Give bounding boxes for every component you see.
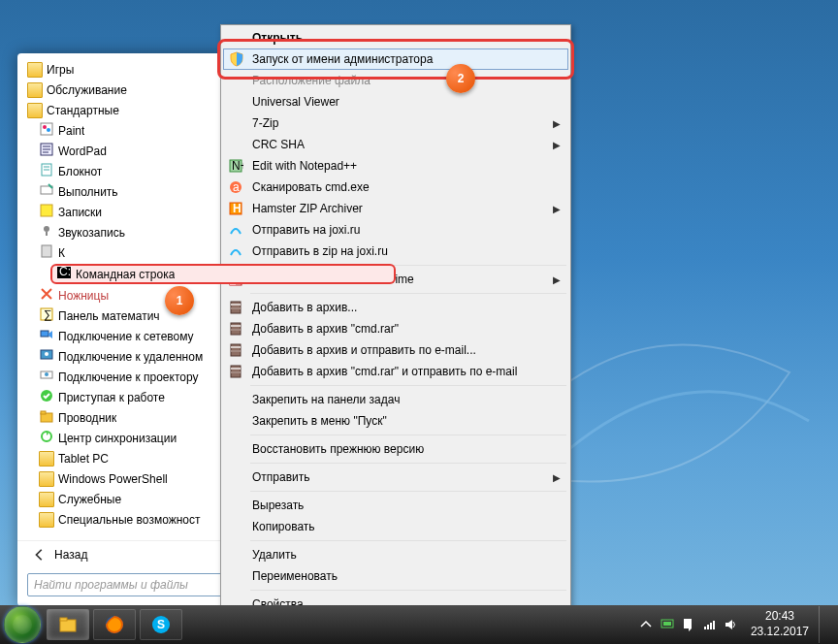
taskbar-button-skype[interactable]: S — [140, 609, 182, 640]
context-item-5[interactable]: CRC SHA▶ — [223, 134, 568, 155]
program-item-10[interactable]: C:\Командная строка — [50, 264, 396, 284]
context-item-label: Восстановить прежнюю версию — [252, 442, 424, 456]
program-label: Записки — [58, 206, 102, 219]
svg-rect-14 — [42, 245, 51, 257]
context-item-16[interactable]: Добавить в архив и отправить по e-mail..… — [223, 339, 568, 361]
notepad-icon — [39, 162, 58, 180]
svg-point-21 — [45, 352, 48, 356]
soundrec-icon — [39, 223, 58, 242]
tray-up-icon[interactable] — [638, 617, 654, 632]
taskbar-clock[interactable]: 20:43 23.12.2017 — [751, 609, 809, 639]
svg-rect-50 — [60, 620, 76, 631]
taskbar: S 20:43 23.12.2017 — [0, 605, 838, 644]
run-icon — [39, 182, 58, 201]
rar-icon — [228, 364, 243, 379]
program-label: Ножницы — [58, 289, 109, 303]
context-item-4[interactable]: 7-Zip▶ — [223, 113, 568, 134]
context-item-label: Hamster ZIP Archiver — [252, 202, 363, 215]
context-item-label: Edit with Notepad++ — [252, 159, 357, 173]
taskbar-button-firefox[interactable] — [93, 609, 136, 640]
context-item-24[interactable]: Отправить▶ — [223, 467, 568, 488]
context-item-label: Расположение файла — [252, 74, 371, 87]
program-label: К — [58, 246, 65, 260]
svg-rect-19 — [41, 331, 48, 337]
svg-point-2 — [47, 128, 50, 132]
svg-point-12 — [44, 226, 49, 232]
rar-icon — [228, 342, 243, 358]
context-item-27[interactable]: Копировать — [223, 516, 568, 537]
program-label: Windows PowerShell — [58, 472, 168, 486]
tray-network-icon[interactable] — [702, 617, 718, 632]
context-item-label: Копировать — [252, 520, 315, 533]
program-label: Обслуживание — [47, 83, 127, 97]
context-item-20[interactable]: Закрепить в меню "Пуск" — [223, 410, 568, 432]
svg-rect-46 — [231, 350, 241, 352]
program-label: Подключение к проектору — [58, 370, 199, 384]
context-item-1[interactable]: Запуск от имени администратора — [223, 48, 568, 70]
context-item-9[interactable]: Отправить на joxi.ru — [223, 219, 568, 241]
svg-rect-43 — [231, 329, 241, 331]
context-item-0[interactable]: Открыть — [223, 27, 568, 48]
context-separator — [250, 385, 566, 386]
proj-icon — [39, 327, 58, 345]
program-label: Подключение к сетевому — [58, 330, 194, 343]
svg-rect-49 — [231, 371, 241, 373]
libraries-icon — [57, 614, 79, 635]
svg-rect-60 — [713, 621, 715, 629]
context-separator — [250, 590, 566, 591]
svg-rect-26 — [41, 411, 46, 414]
context-item-19[interactable]: Закрепить на панели задач — [223, 389, 568, 410]
svg-rect-45 — [231, 346, 241, 348]
context-item-label: Открыть — [252, 31, 303, 45]
context-item-8[interactable]: HHamster ZIP Archiver▶ — [223, 198, 568, 219]
calc-icon — [39, 243, 58, 262]
npp-icon: N+ — [228, 158, 243, 174]
context-item-label: Сканировать cmd.exe — [252, 180, 370, 194]
context-item-label: Вырезать — [252, 499, 304, 512]
context-item-15[interactable]: Добавить в архив "cmd.rar" — [223, 318, 568, 339]
svg-rect-0 — [41, 123, 52, 135]
context-item-14[interactable]: Добавить в архив... — [223, 297, 568, 318]
tray-action-center-icon[interactable] — [681, 617, 696, 632]
svg-rect-40 — [231, 307, 241, 309]
firefox-icon — [104, 614, 125, 635]
notes-icon — [39, 203, 58, 221]
rdp-icon — [39, 347, 58, 366]
program-label: Игры — [47, 63, 74, 77]
context-item-26[interactable]: Вырезать — [223, 495, 568, 516]
tray-monitor-icon[interactable] — [660, 617, 675, 632]
context-separator — [250, 540, 566, 541]
program-label: Специальные возможност — [58, 513, 201, 527]
tray-volume-icon[interactable] — [724, 617, 739, 632]
context-item-7[interactable]: aСканировать cmd.exe — [223, 177, 568, 198]
context-separator — [250, 293, 566, 294]
start-button[interactable] — [4, 606, 41, 643]
context-item-6[interactable]: N+Edit with Notepad++ — [223, 155, 568, 177]
program-label: Звукозапись — [58, 226, 125, 240]
proj2-icon — [39, 368, 58, 386]
rar-icon — [228, 300, 243, 315]
context-item-17[interactable]: Добавить в архив "cmd.rar" и отправить п… — [223, 361, 568, 382]
back-label: Назад — [54, 548, 87, 562]
context-item-label: Удалить — [252, 548, 297, 562]
taskbar-button-libraries[interactable] — [47, 609, 89, 640]
joxi-icon — [228, 243, 243, 259]
svg-rect-13 — [46, 232, 48, 236]
svg-rect-59 — [710, 623, 712, 629]
context-item-label: Отправить — [252, 470, 310, 484]
context-item-2[interactable]: Расположение файла — [223, 70, 568, 91]
context-item-22[interactable]: Восстановить прежнюю версию — [223, 438, 568, 460]
svg-text:H: H — [233, 202, 242, 215]
svg-rect-57 — [704, 627, 706, 629]
context-item-3[interactable]: Universal Viewer — [223, 91, 568, 113]
program-label: Центр синхронизации — [58, 432, 177, 445]
context-item-29[interactable]: Удалить — [223, 544, 568, 565]
context-item-10[interactable]: Отправить в zip на joxi.ru — [223, 241, 568, 262]
context-item-30[interactable]: Переименовать — [223, 565, 568, 587]
folder-icon — [39, 512, 54, 528]
folder-icon — [27, 62, 43, 78]
sync-icon — [39, 429, 58, 447]
show-desktop-button[interactable] — [819, 606, 830, 643]
program-label: Выполнить — [58, 185, 118, 199]
submenu-arrow-icon: ▶ — [553, 472, 561, 483]
